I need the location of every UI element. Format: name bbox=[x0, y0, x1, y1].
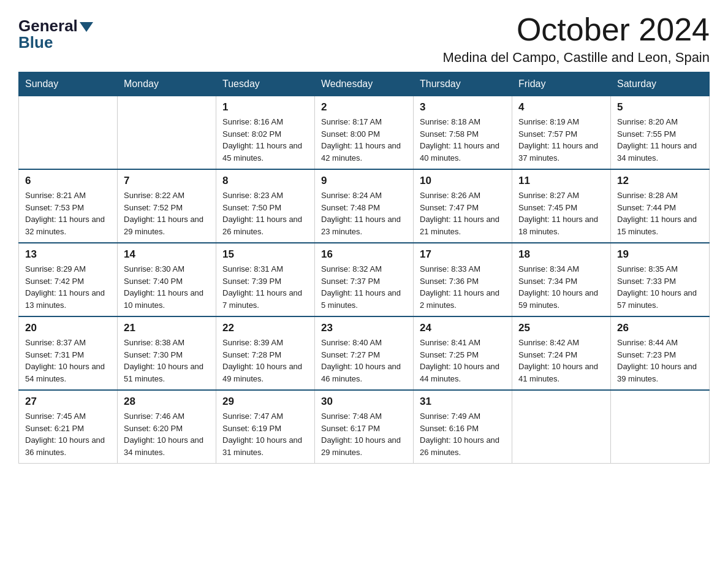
sunrise-text: Sunrise: 8:44 AM bbox=[617, 337, 703, 349]
sunrise-text: Sunrise: 8:29 AM bbox=[25, 263, 111, 275]
sunset-text: Sunset: 7:27 PM bbox=[321, 349, 407, 361]
sunrise-text: Sunrise: 8:28 AM bbox=[617, 190, 703, 202]
day-number: 15 bbox=[222, 248, 308, 261]
daylight-text: Daylight: 11 hours and 7 minutes. bbox=[222, 287, 308, 311]
day-cell: 13Sunrise: 8:29 AMSunset: 7:42 PMDayligh… bbox=[19, 243, 118, 316]
sunrise-text: Sunrise: 8:31 AM bbox=[222, 263, 308, 275]
month-title: October 2024 bbox=[443, 12, 710, 47]
sunrise-text: Sunrise: 8:20 AM bbox=[617, 116, 703, 128]
sunrise-text: Sunrise: 8:30 AM bbox=[124, 263, 210, 275]
day-number: 1 bbox=[222, 101, 308, 113]
daylight-text: Daylight: 10 hours and 46 minutes. bbox=[321, 361, 407, 385]
day-number: 19 bbox=[617, 248, 703, 261]
week-row-2: 6Sunrise: 8:21 AMSunset: 7:53 PMDaylight… bbox=[19, 169, 710, 243]
daylight-text: Daylight: 10 hours and 57 minutes. bbox=[617, 287, 703, 311]
sunset-text: Sunset: 7:55 PM bbox=[617, 128, 703, 140]
week-row-1: 1Sunrise: 8:16 AMSunset: 8:02 PMDaylight… bbox=[19, 96, 710, 170]
sunrise-text: Sunrise: 8:34 AM bbox=[518, 263, 604, 275]
sunrise-text: Sunrise: 8:39 AM bbox=[222, 337, 308, 349]
day-cell bbox=[19, 96, 118, 170]
daylight-text: Daylight: 10 hours and 54 minutes. bbox=[25, 361, 111, 385]
day-number: 3 bbox=[420, 101, 506, 113]
day-cell: 5Sunrise: 8:20 AMSunset: 7:55 PMDaylight… bbox=[611, 96, 710, 170]
daylight-text: Daylight: 10 hours and 41 minutes. bbox=[518, 361, 604, 385]
daylight-text: Daylight: 10 hours and 34 minutes. bbox=[124, 434, 210, 458]
sunrise-text: Sunrise: 8:22 AM bbox=[124, 190, 210, 202]
day-cell: 7Sunrise: 8:22 AMSunset: 7:52 PMDaylight… bbox=[118, 169, 216, 243]
day-number: 24 bbox=[420, 322, 506, 334]
day-info: Sunrise: 8:38 AMSunset: 7:30 PMDaylight:… bbox=[124, 337, 210, 385]
daylight-text: Daylight: 11 hours and 10 minutes. bbox=[124, 287, 210, 311]
header-friday: Friday bbox=[512, 72, 611, 96]
header-saturday: Saturday bbox=[611, 72, 710, 96]
day-cell: 8Sunrise: 8:23 AMSunset: 7:50 PMDaylight… bbox=[216, 169, 315, 243]
week-row-4: 20Sunrise: 8:37 AMSunset: 7:31 PMDayligh… bbox=[19, 316, 710, 390]
day-cell: 22Sunrise: 8:39 AMSunset: 7:28 PMDayligh… bbox=[216, 316, 315, 390]
day-number: 31 bbox=[420, 396, 506, 408]
sunset-text: Sunset: 7:47 PM bbox=[420, 202, 506, 214]
sunset-text: Sunset: 7:28 PM bbox=[222, 349, 308, 361]
sunrise-text: Sunrise: 8:32 AM bbox=[321, 263, 407, 275]
day-info: Sunrise: 8:42 AMSunset: 7:24 PMDaylight:… bbox=[518, 337, 604, 385]
sunset-text: Sunset: 6:19 PM bbox=[222, 423, 308, 435]
day-number: 22 bbox=[222, 322, 308, 334]
logo-blue-text: Blue bbox=[18, 34, 53, 50]
day-number: 14 bbox=[124, 248, 210, 261]
day-cell bbox=[512, 390, 611, 464]
sunset-text: Sunset: 7:53 PM bbox=[25, 202, 111, 214]
sunrise-text: Sunrise: 7:48 AM bbox=[321, 410, 407, 423]
daylight-text: Daylight: 11 hours and 29 minutes. bbox=[124, 213, 210, 237]
sunset-text: Sunset: 7:50 PM bbox=[222, 202, 308, 214]
day-info: Sunrise: 8:35 AMSunset: 7:33 PMDaylight:… bbox=[617, 263, 703, 311]
day-cell: 19Sunrise: 8:35 AMSunset: 7:33 PMDayligh… bbox=[611, 243, 710, 316]
day-info: Sunrise: 8:19 AMSunset: 7:57 PMDaylight:… bbox=[518, 116, 604, 164]
day-cell: 4Sunrise: 8:19 AMSunset: 7:57 PMDaylight… bbox=[512, 96, 611, 170]
sunrise-text: Sunrise: 8:33 AM bbox=[420, 263, 506, 275]
logo: General Blue bbox=[18, 12, 93, 50]
day-cell: 2Sunrise: 8:17 AMSunset: 8:00 PMDaylight… bbox=[315, 96, 414, 170]
sunrise-text: Sunrise: 8:38 AM bbox=[124, 337, 210, 349]
daylight-text: Daylight: 10 hours and 39 minutes. bbox=[617, 361, 703, 385]
day-info: Sunrise: 8:17 AMSunset: 8:00 PMDaylight:… bbox=[321, 116, 407, 164]
day-info: Sunrise: 8:39 AMSunset: 7:28 PMDaylight:… bbox=[222, 337, 308, 385]
day-cell: 14Sunrise: 8:30 AMSunset: 7:40 PMDayligh… bbox=[118, 243, 216, 316]
daylight-text: Daylight: 10 hours and 51 minutes. bbox=[124, 361, 210, 385]
day-info: Sunrise: 8:37 AMSunset: 7:31 PMDaylight:… bbox=[25, 337, 111, 385]
sunset-text: Sunset: 6:17 PM bbox=[321, 423, 407, 435]
header-monday: Monday bbox=[118, 72, 216, 96]
logo-arrow-icon bbox=[80, 18, 93, 34]
day-cell: 31Sunrise: 7:49 AMSunset: 6:16 PMDayligh… bbox=[414, 390, 512, 464]
day-info: Sunrise: 8:34 AMSunset: 7:34 PMDaylight:… bbox=[518, 263, 604, 311]
day-number: 16 bbox=[321, 248, 407, 261]
sunset-text: Sunset: 7:34 PM bbox=[518, 275, 604, 288]
day-number: 20 bbox=[25, 322, 111, 334]
sunset-text: Sunset: 7:48 PM bbox=[321, 202, 407, 214]
day-number: 2 bbox=[321, 101, 407, 113]
day-number: 6 bbox=[25, 175, 111, 187]
sunset-text: Sunset: 7:52 PM bbox=[124, 202, 210, 214]
sunrise-text: Sunrise: 8:17 AM bbox=[321, 116, 407, 128]
sunset-text: Sunset: 7:30 PM bbox=[124, 349, 210, 361]
sunset-text: Sunset: 6:21 PM bbox=[25, 423, 111, 435]
sunset-text: Sunset: 7:23 PM bbox=[617, 349, 703, 361]
day-cell bbox=[118, 96, 216, 170]
sunrise-text: Sunrise: 8:42 AM bbox=[518, 337, 604, 349]
daylight-text: Daylight: 11 hours and 13 minutes. bbox=[25, 287, 111, 311]
header-tuesday: Tuesday bbox=[216, 72, 315, 96]
day-number: 11 bbox=[518, 175, 604, 187]
day-cell: 12Sunrise: 8:28 AMSunset: 7:44 PMDayligh… bbox=[611, 169, 710, 243]
daylight-text: Daylight: 10 hours and 44 minutes. bbox=[420, 361, 506, 385]
sunrise-text: Sunrise: 8:26 AM bbox=[420, 190, 506, 202]
daylight-text: Daylight: 11 hours and 37 minutes. bbox=[518, 140, 604, 164]
day-cell: 11Sunrise: 8:27 AMSunset: 7:45 PMDayligh… bbox=[512, 169, 611, 243]
day-number: 13 bbox=[25, 248, 111, 261]
daylight-text: Daylight: 11 hours and 34 minutes. bbox=[617, 140, 703, 164]
day-cell: 26Sunrise: 8:44 AMSunset: 7:23 PMDayligh… bbox=[611, 316, 710, 390]
day-number: 17 bbox=[420, 248, 506, 261]
sunset-text: Sunset: 7:39 PM bbox=[222, 275, 308, 288]
logo-general: General bbox=[18, 17, 93, 34]
daylight-text: Daylight: 11 hours and 26 minutes. bbox=[222, 213, 308, 237]
day-number: 26 bbox=[617, 322, 703, 334]
sunrise-text: Sunrise: 8:19 AM bbox=[518, 116, 604, 128]
day-info: Sunrise: 7:49 AMSunset: 6:16 PMDaylight:… bbox=[420, 410, 506, 458]
